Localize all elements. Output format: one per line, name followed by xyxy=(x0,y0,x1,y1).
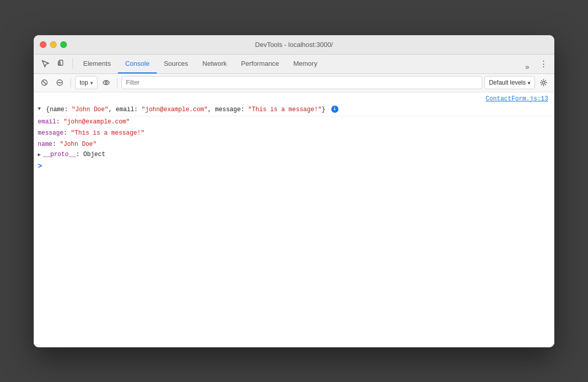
log-text: {name: "John Doe", email: "john@example.… xyxy=(46,105,554,114)
traffic-lights xyxy=(40,41,67,48)
minimize-button[interactable] xyxy=(50,41,57,48)
console-toolbar-divider-1 xyxy=(70,78,71,87)
log-entry-1: ▼ {name: "John Doe", email: "john@exampl… xyxy=(34,104,554,116)
more-tabs-button[interactable]: » xyxy=(521,60,534,73)
maximize-button[interactable] xyxy=(60,41,67,48)
tab-memory[interactable]: Memory xyxy=(286,54,325,73)
inspect-element-button[interactable] xyxy=(38,57,53,71)
devtools-window: DevTools - localhost:3000/ Elements Cons… xyxy=(34,35,554,347)
filter-divider xyxy=(117,78,117,87)
tab-performance[interactable]: Performance xyxy=(234,54,286,73)
context-selector[interactable]: top ▾ xyxy=(75,76,97,89)
svg-point-6 xyxy=(103,81,109,85)
console-settings-button[interactable] xyxy=(537,76,550,89)
close-button[interactable] xyxy=(40,41,46,48)
title-bar: DevTools - localhost:3000/ xyxy=(34,35,554,55)
device-toggle-button[interactable] xyxy=(54,57,69,71)
expand-arrow[interactable]: ▼ xyxy=(38,105,44,112)
svg-line-3 xyxy=(43,81,46,85)
eye-button[interactable] xyxy=(100,76,113,89)
svg-point-8 xyxy=(543,82,545,84)
tab-sources[interactable]: Sources xyxy=(157,54,195,73)
info-icon[interactable]: i xyxy=(331,106,338,113)
source-link[interactable]: ContactForm.js:13 xyxy=(34,94,554,104)
console-toolbar: top ▾ Default levels ▾ xyxy=(34,74,554,92)
main-toolbar: Elements Console Sources Network Perform… xyxy=(34,55,554,74)
cursor-line[interactable]: > xyxy=(34,159,554,173)
svg-point-7 xyxy=(105,82,107,84)
svg-rect-0 xyxy=(59,60,63,65)
prop-message: message: "This is a message!" xyxy=(34,128,554,139)
filter-input[interactable] xyxy=(121,76,482,89)
devtools-menu-button[interactable]: ⋮ xyxy=(537,57,550,70)
block-network-button[interactable] xyxy=(53,76,66,89)
tabs-overflow: » xyxy=(521,60,534,73)
log-levels-button[interactable]: Default levels ▾ xyxy=(484,76,535,89)
proto-expand-arrow[interactable]: ▶ xyxy=(38,151,41,158)
clear-console-button[interactable] xyxy=(38,76,51,89)
tab-console[interactable]: Console xyxy=(118,54,157,73)
toolbar-divider-1 xyxy=(72,59,73,69)
tab-elements[interactable]: Elements xyxy=(76,54,118,73)
window-title: DevTools - localhost:3000/ xyxy=(255,41,333,48)
proto-line: ▶ __proto__: Object xyxy=(34,150,554,159)
prop-name: name: "John Doe" xyxy=(34,139,554,150)
prop-email: email: "john@example.com" xyxy=(34,116,554,128)
tab-network[interactable]: Network xyxy=(195,54,234,73)
console-output: ContactForm.js:13 ▼ {name: "John Doe", e… xyxy=(34,92,554,347)
